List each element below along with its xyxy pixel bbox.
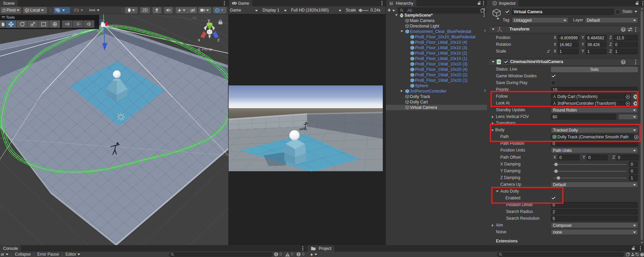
svg-text:Persp: Persp bbox=[202, 47, 212, 51]
svg-text:x: x bbox=[198, 38, 200, 42]
svg-text:z: z bbox=[217, 38, 219, 42]
svg-text:Y: Y bbox=[58, 11, 60, 13]
svg-text:y: y bbox=[208, 18, 210, 23]
